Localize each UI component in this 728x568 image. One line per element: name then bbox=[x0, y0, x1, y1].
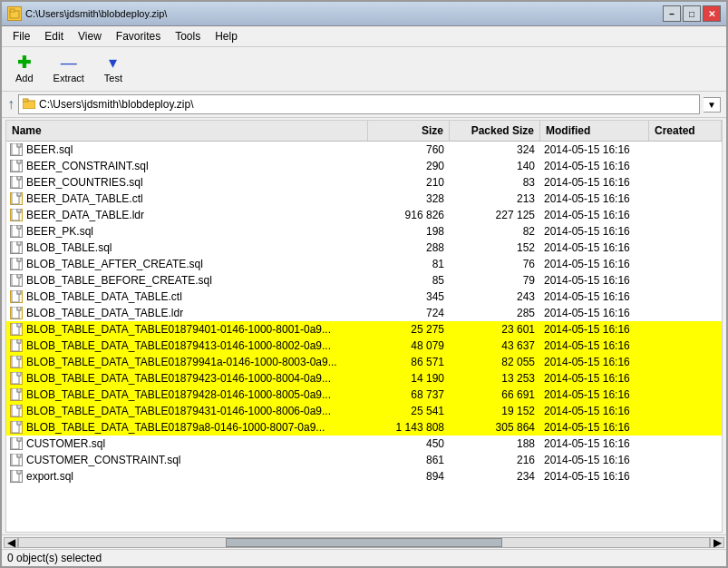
file-name: BLOB_TABLE_DATA_TABLE01879413-0146-1000-… bbox=[26, 339, 331, 352]
scroll-left-button[interactable]: ◀ bbox=[4, 537, 18, 548]
table-row[interactable]: BLOB_TABLE_DATA_TABLE01879413-0146-1000-… bbox=[6, 338, 722, 354]
file-size: 288 bbox=[368, 240, 450, 255]
file-created bbox=[649, 263, 722, 265]
column-header-name[interactable]: Name bbox=[6, 121, 368, 141]
table-row[interactable]: BEER_DATA_TABLE.ldr916 826227 1252014-05… bbox=[6, 207, 722, 223]
scrollbar-thumb[interactable] bbox=[226, 538, 501, 547]
table-row[interactable]: BLOB_TABLE_DATA_TABLE01879428-0146-1000-… bbox=[6, 387, 722, 403]
table-row[interactable]: BEER.sql7603242014-05-15 16:16 bbox=[6, 142, 722, 158]
table-row[interactable]: BEER_DATA_TABLE.ctl3282132014-05-15 16:1… bbox=[6, 191, 722, 207]
menu-tools[interactable]: Tools bbox=[168, 28, 208, 44]
file-packed-size: 285 bbox=[450, 306, 540, 320]
file-icon bbox=[10, 274, 23, 287]
file-size: 894 bbox=[368, 469, 450, 484]
svg-rect-29 bbox=[17, 339, 21, 343]
column-header-size[interactable]: Size bbox=[368, 121, 450, 141]
up-folder-icon[interactable]: ↑ bbox=[7, 96, 15, 113]
file-packed-size: 324 bbox=[450, 142, 540, 157]
app-icon bbox=[7, 6, 22, 21]
file-created bbox=[649, 426, 722, 428]
file-icon bbox=[10, 143, 23, 156]
file-packed-size: 13 253 bbox=[450, 371, 540, 386]
test-button[interactable]: ▾ Test bbox=[96, 51, 131, 87]
file-icon bbox=[10, 372, 23, 385]
table-row[interactable]: BLOB_TABLE_DATA_TABLE01879401-0146-1000-… bbox=[6, 321, 722, 338]
menu-favorites[interactable]: Favorites bbox=[109, 28, 168, 44]
file-name: BLOB_TABLE_AFTER_CREATE.sql bbox=[26, 258, 203, 270]
address-field[interactable]: C:\Users\jdsmith\blobdeploy.zip\ bbox=[18, 94, 700, 114]
extract-label: Extract bbox=[53, 73, 84, 83]
title-bar-left: C:\Users\jdsmith\blobdeploy.zip\ bbox=[7, 6, 167, 21]
svg-rect-37 bbox=[17, 405, 21, 408]
table-row[interactable]: export.sql8942342014-05-15 16:16 bbox=[6, 468, 722, 485]
horizontal-scrollbar[interactable] bbox=[18, 537, 710, 548]
file-packed-size: 234 bbox=[450, 469, 540, 484]
file-name: BEER_PK.sql bbox=[26, 225, 93, 238]
table-row[interactable]: CUSTOMER_CONSTRAINT.sql8612162014-05-15 … bbox=[6, 452, 722, 468]
file-icon bbox=[10, 290, 23, 303]
status-bar: 0 object(s) selected bbox=[2, 549, 726, 566]
file-modified: 2014-05-15 16:16 bbox=[540, 338, 649, 353]
column-header-created[interactable]: Created bbox=[649, 121, 722, 141]
file-packed-size: 82 bbox=[450, 224, 540, 239]
svg-rect-11 bbox=[17, 192, 21, 196]
svg-rect-25 bbox=[17, 307, 21, 310]
column-header-modified[interactable]: Modified bbox=[540, 121, 649, 141]
add-button[interactable]: ✚ Add bbox=[7, 51, 42, 87]
svg-rect-13 bbox=[17, 209, 21, 212]
svg-rect-39 bbox=[17, 421, 21, 425]
file-size: 86 571 bbox=[368, 355, 450, 369]
table-row[interactable]: BEER_CONSTRAINT.sql2901402014-05-15 16:1… bbox=[6, 158, 722, 174]
table-row[interactable]: BLOB_TABLE_DATA_TABLE01879a8-0146-1000-8… bbox=[6, 419, 722, 436]
table-row[interactable]: CUSTOMER.sql4501882014-05-15 16:16 bbox=[6, 436, 722, 452]
file-packed-size: 19 152 bbox=[450, 404, 540, 418]
table-row[interactable]: BLOB_TABLE_DATA_TABLE01879431-0146-1000-… bbox=[6, 403, 722, 419]
table-row[interactable]: BLOB_TABLE_DATA_TABLE01879423-0146-1000-… bbox=[6, 370, 722, 387]
table-row[interactable]: BEER_COUNTRIES.sql210832014-05-15 16:16 bbox=[6, 174, 722, 191]
file-packed-size: 140 bbox=[450, 159, 540, 173]
file-icon bbox=[10, 437, 23, 450]
table-row[interactable]: BLOB_TABLE_AFTER_CREATE.sql81762014-05-1… bbox=[6, 256, 722, 272]
close-button[interactable]: ✕ bbox=[703, 5, 721, 22]
file-icon bbox=[10, 160, 23, 172]
file-list-body[interactable]: BEER.sql7603242014-05-15 16:16 BEER_CONS… bbox=[6, 142, 722, 532]
table-row[interactable]: BLOB_TABLE_DATA_TABLE01879941a-0146-1000… bbox=[6, 354, 722, 370]
column-header-packed[interactable]: Packed Size bbox=[450, 121, 540, 141]
file-icon bbox=[10, 258, 23, 270]
file-created bbox=[649, 279, 722, 281]
menu-view[interactable]: View bbox=[71, 28, 109, 44]
folder-icon bbox=[23, 97, 35, 112]
file-name: CUSTOMER_CONSTRAINT.sql bbox=[26, 454, 180, 466]
file-modified: 2014-05-15 16:16 bbox=[540, 306, 649, 320]
file-size: 25 275 bbox=[368, 322, 450, 337]
address-bar: ↑ C:\Users\jdsmith\blobdeploy.zip\ ▼ bbox=[2, 92, 726, 118]
table-row[interactable]: BLOB_TABLE_DATA_TABLE.ldr7242852014-05-1… bbox=[6, 305, 722, 321]
table-row[interactable]: BLOB_TABLE_DATA_TABLE.ctl3452432014-05-1… bbox=[6, 289, 722, 305]
address-dropdown-button[interactable]: ▼ bbox=[704, 97, 721, 113]
table-row[interactable]: BLOB_TABLE.sql2881522014-05-15 16:16 bbox=[6, 240, 722, 256]
main-window: C:\Users\jdsmith\blobdeploy.zip\ – □ ✕ F… bbox=[0, 0, 728, 568]
scroll-right-button[interactable]: ▶ bbox=[710, 537, 724, 548]
table-row[interactable]: BLOB_TABLE_BEFORE_CREATE.sql85792014-05-… bbox=[6, 272, 722, 289]
file-name: BLOB_TABLE_DATA_TABLE.ctl bbox=[26, 290, 182, 303]
table-row[interactable]: BEER_PK.sql198822014-05-15 16:16 bbox=[6, 223, 722, 240]
file-packed-size: 83 bbox=[450, 175, 540, 190]
file-packed-size: 23 601 bbox=[450, 322, 540, 337]
file-icon bbox=[10, 339, 23, 352]
file-created bbox=[649, 149, 722, 151]
menu-edit[interactable]: Edit bbox=[37, 28, 71, 44]
maximize-button[interactable]: □ bbox=[683, 5, 701, 22]
extract-button[interactable]: — Extract bbox=[45, 51, 92, 87]
file-size: 328 bbox=[368, 191, 450, 206]
add-label: Add bbox=[15, 73, 34, 83]
minimize-button[interactable]: – bbox=[663, 5, 681, 22]
file-modified: 2014-05-15 16:16 bbox=[540, 453, 649, 467]
file-name: BLOB_TABLE_DATA_TABLE01879428-0146-1000-… bbox=[26, 388, 331, 401]
file-icon bbox=[10, 405, 23, 417]
menu-file[interactable]: File bbox=[5, 28, 37, 44]
menu-help[interactable]: Help bbox=[208, 28, 245, 44]
file-icon bbox=[10, 209, 23, 221]
status-text: 0 object(s) selected bbox=[7, 552, 102, 564]
file-created bbox=[649, 328, 722, 330]
file-icon bbox=[10, 225, 23, 238]
